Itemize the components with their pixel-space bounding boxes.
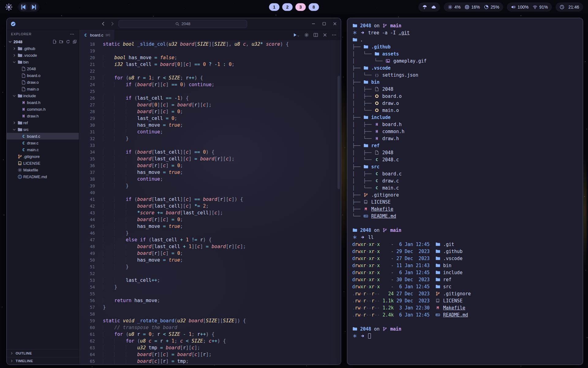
- weather-widget[interactable]: [418, 2, 440, 12]
- explorer-item-.github[interactable]: .github: [7, 45, 79, 52]
- code-line-35[interactable]: 35 board[last_cell][c] = board[r][c];: [79, 155, 341, 162]
- code-line-59[interactable]: 59static void _rotate_board(u32 board[SI…: [79, 317, 341, 324]
- media-next-button[interactable]: [30, 3, 38, 11]
- timeline-panel-header[interactable]: TIMELINE: [7, 357, 79, 365]
- explorer-item-board.h[interactable]: Hboard.h: [7, 99, 79, 106]
- media-previous-button[interactable]: [20, 3, 28, 11]
- code-line-18[interactable]: 18static bool _slide_col(u32 board[SIZE]…: [79, 41, 341, 48]
- explorer-item-src[interactable]: src: [7, 126, 79, 133]
- code-line-60[interactable]: 60 // transpose the board: [79, 324, 341, 331]
- explorer-item-bin[interactable]: bin: [7, 59, 79, 65]
- new-folder-icon[interactable]: [59, 40, 63, 44]
- editor-scrollbar-thumb[interactable]: [337, 76, 340, 189]
- code-line-50[interactable]: 50 has_move = true;: [79, 257, 341, 263]
- code-line-63[interactable]: 63 u32 tmp = board[r][c];: [79, 344, 341, 351]
- code-line-45[interactable]: 45 has_move = true;: [79, 223, 341, 230]
- code-line-32[interactable]: 32 }: [79, 135, 341, 142]
- explorer-item-Makefile[interactable]: Makefile: [7, 167, 79, 173]
- code-line-43[interactable]: 43 *score += board[last_cell][c];: [79, 209, 341, 216]
- explorer-item-README.md[interactable]: README.md: [7, 173, 79, 180]
- terminal-content[interactable]: 2048 on main tree -a -I .git .├── .githu…: [347, 18, 583, 344]
- close-editor-icon[interactable]: [322, 33, 327, 37]
- code-line-39[interactable]: 39 }: [79, 182, 341, 189]
- close-button[interactable]: [333, 21, 337, 26]
- split-editor-icon[interactable]: [313, 33, 318, 37]
- audio-network-widget[interactable]: 100% 91%: [507, 2, 552, 12]
- code-line-44[interactable]: 44 board[r][c] = 0;: [79, 216, 341, 223]
- code-line-41[interactable]: 41 if (board[last_cell][c] == board[r][c…: [79, 196, 341, 203]
- code-line-40[interactable]: 40: [79, 189, 341, 196]
- explorer-item-LICENSE[interactable]: LICENSE: [7, 160, 79, 167]
- code-line-29[interactable]: 29 last_cell = 0;: [79, 115, 341, 122]
- code-line-34[interactable]: 34 if (board[last_cell][c] == 0) {: [79, 149, 341, 155]
- new-file-icon[interactable]: [52, 40, 57, 44]
- explorer-root-row[interactable]: 2048: [7, 38, 79, 45]
- explorer-item-.vscode[interactable]: .vscode: [7, 52, 79, 59]
- code-line-64[interactable]: 64 board[r][c] = board[c][r];: [79, 351, 341, 358]
- settings-gear-icon[interactable]: [5, 3, 13, 11]
- maximize-button[interactable]: [322, 21, 326, 26]
- explorer-item-.gitignore[interactable]: .gitignore: [7, 153, 79, 160]
- code-line-38[interactable]: 38 continue;: [79, 176, 341, 182]
- explorer-item-include[interactable]: include: [7, 92, 79, 99]
- code-line-52[interactable]: 52: [79, 270, 341, 277]
- minimize-button[interactable]: [311, 21, 316, 26]
- code-line-46[interactable]: 46 }: [79, 230, 341, 236]
- code-line-23[interactable]: 23 for (u8 r = 1; r < SIZE; r++) {: [79, 75, 341, 81]
- code-line-26[interactable]: 26 if (last_cell == -1) {: [79, 95, 341, 102]
- code-line-54[interactable]: 54 }: [79, 284, 341, 290]
- vscode-titlebar[interactable]: 2048: [7, 18, 341, 30]
- code-line-55[interactable]: 55: [79, 290, 341, 297]
- explorer-item-draw.c[interactable]: Cdraw.c: [7, 140, 79, 146]
- code-line-25[interactable]: 25: [79, 88, 341, 95]
- terminal-cursor[interactable]: [368, 333, 371, 339]
- code-editor[interactable]: 18static bool _slide_col(u32 board[SIZE]…: [79, 40, 341, 365]
- terminal-input-line[interactable]: [352, 333, 578, 340]
- explorer-item-draw.h[interactable]: Hdraw.h: [7, 113, 79, 119]
- code-line-62[interactable]: 62 for (u8 c = r + 1; c < SIZE; c++) {: [79, 338, 341, 344]
- code-line-57[interactable]: 57}: [79, 304, 341, 311]
- workspace-8[interactable]: 8: [309, 3, 319, 11]
- code-line-42[interactable]: 42 board[last_cell][c] *= 2;: [79, 203, 341, 209]
- tab-board-c[interactable]: C board.c src: [79, 30, 115, 40]
- workspace-1[interactable]: 1: [269, 3, 280, 11]
- code-line-61[interactable]: 61 for (u8 r = 0; r < SIZE - 1; r++) {: [79, 331, 341, 338]
- code-line-20[interactable]: 20 bool has_move = false;: [79, 54, 341, 61]
- explorer-item-ref[interactable]: ref: [7, 119, 79, 126]
- explorer-item-main.c[interactable]: Cmain.c: [7, 146, 79, 153]
- code-line-28[interactable]: 28 board[r][c] = 0;: [79, 108, 341, 115]
- explorer-item-draw.o[interactable]: draw.o: [7, 79, 79, 86]
- command-center-search[interactable]: 2048: [119, 20, 247, 28]
- explorer-item-common.h[interactable]: Hcommon.h: [7, 106, 79, 113]
- code-line-24[interactable]: 24 if (board[r][c] == 0) continue;: [79, 81, 341, 88]
- explorer-item-2048[interactable]: 2048: [7, 65, 79, 72]
- code-line-19[interactable]: 19: [79, 48, 341, 54]
- code-line-48[interactable]: 48 board[last_cell + 1][c] = board[r][c]…: [79, 243, 341, 250]
- system-stats-widget[interactable]: 4%16%25%: [444, 2, 503, 12]
- explorer-more-actions-icon[interactable]: [70, 32, 74, 36]
- code-line-65[interactable]: 65 board[c][r] = tmp;: [79, 358, 341, 365]
- code-line-47[interactable]: 47 else if (last_cell + 1 != r) {: [79, 236, 341, 243]
- outline-panel-header[interactable]: OUTLINE: [7, 349, 79, 357]
- code-line-53[interactable]: 53 last_cell++;: [79, 277, 341, 284]
- explorer-item-board.c[interactable]: Cboard.c: [7, 133, 79, 140]
- code-line-58[interactable]: 58: [79, 311, 341, 317]
- more-actions-icon[interactable]: [332, 33, 337, 37]
- code-line-30[interactable]: 30 has_move = true;: [79, 122, 341, 128]
- code-line-22[interactable]: 22: [79, 68, 341, 75]
- run-file-button[interactable]: [292, 33, 300, 37]
- workspace-3[interactable]: 3: [296, 3, 306, 11]
- code-line-33[interactable]: 33: [79, 142, 341, 149]
- clock-widget[interactable]: 21:46: [556, 2, 583, 12]
- code-line-27[interactable]: 27 board[0][c] = board[r][c];: [79, 102, 341, 108]
- explorer-item-board.o[interactable]: board.o: [7, 72, 79, 79]
- code-line-31[interactable]: 31 continue;: [79, 128, 341, 135]
- refresh-icon[interactable]: [66, 40, 70, 44]
- navigate-forward-button[interactable]: [110, 21, 115, 26]
- collapse-all-icon[interactable]: [73, 40, 77, 44]
- explorer-item-main.o[interactable]: main.o: [7, 86, 79, 92]
- workspace-2[interactable]: 2: [282, 3, 293, 11]
- code-line-37[interactable]: 37 has_move = true;: [79, 169, 341, 176]
- code-line-51[interactable]: 51 }: [79, 263, 341, 270]
- code-line-56[interactable]: 56 return has_move;: [79, 297, 341, 304]
